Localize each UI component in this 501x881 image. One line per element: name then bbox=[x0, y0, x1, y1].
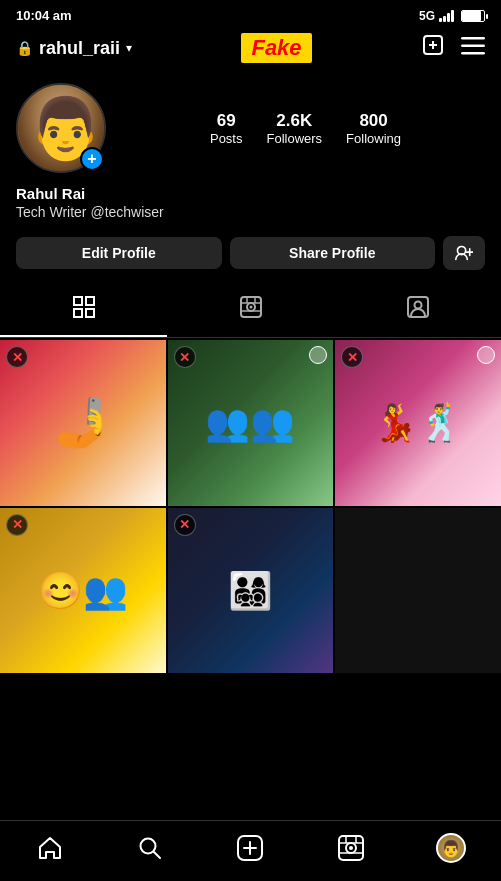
nav-avatar: 👨 bbox=[436, 833, 466, 863]
svg-rect-3 bbox=[461, 37, 485, 40]
add-person-icon bbox=[455, 244, 473, 262]
status-bar: 10:04 am 5G bbox=[0, 0, 501, 27]
svg-rect-5 bbox=[461, 52, 485, 55]
bio-text: Tech Writer @techwiser bbox=[16, 204, 485, 220]
nav-profile[interactable]: 👨 bbox=[426, 831, 476, 865]
nav-add[interactable] bbox=[225, 831, 275, 865]
tab-tagged[interactable] bbox=[334, 284, 501, 337]
grid-item[interactable]: 👥👥 ✕ bbox=[168, 340, 334, 506]
battery-icon bbox=[461, 10, 485, 22]
home-icon bbox=[37, 835, 63, 861]
edit-profile-button[interactable]: Edit Profile bbox=[16, 237, 222, 269]
nav-reels[interactable] bbox=[326, 831, 376, 865]
remove-photo-button[interactable]: ✕ bbox=[174, 346, 196, 368]
username-label[interactable]: rahul_raii bbox=[39, 38, 120, 59]
header: 🔒 rahul_raii ▾ Fake bbox=[0, 27, 501, 73]
lock-icon: 🔒 bbox=[16, 40, 33, 56]
tab-reels[interactable] bbox=[167, 284, 334, 337]
followers-stat[interactable]: 2.6K Followers bbox=[266, 111, 322, 146]
following-stat[interactable]: 800 Following bbox=[346, 111, 401, 146]
svg-point-15 bbox=[249, 306, 252, 309]
tagged-icon bbox=[407, 296, 429, 318]
grid-item[interactable]: 🤳 ✕ bbox=[0, 340, 166, 506]
reels-nav-icon bbox=[338, 835, 364, 861]
reels-icon bbox=[240, 296, 262, 318]
add-icon bbox=[237, 835, 263, 861]
plus-square-icon bbox=[421, 33, 445, 57]
posts-count: 69 bbox=[210, 111, 243, 131]
svg-point-22 bbox=[141, 839, 156, 854]
grid-item[interactable]: 😊👥 ✕ bbox=[0, 508, 166, 674]
nav-search[interactable] bbox=[125, 831, 175, 865]
action-buttons: Edit Profile Share Profile bbox=[0, 230, 501, 284]
bottom-nav: 👨 bbox=[0, 820, 501, 881]
svg-rect-9 bbox=[74, 297, 82, 305]
profile-section: + 69 Posts 2.6K Followers 800 Following bbox=[0, 73, 501, 183]
fake-badge: Fake bbox=[241, 33, 311, 63]
remove-photo-button[interactable]: ✕ bbox=[6, 514, 28, 536]
chevron-down-icon[interactable]: ▾ bbox=[126, 41, 132, 55]
add-to-story-button[interactable]: + bbox=[80, 147, 104, 171]
search-icon bbox=[137, 835, 163, 861]
menu-button[interactable] bbox=[461, 35, 485, 61]
add-person-button[interactable] bbox=[443, 236, 485, 270]
grid-item[interactable]: 👨‍👩‍👧‍👦 ✕ bbox=[168, 508, 334, 674]
following-label: Following bbox=[346, 131, 401, 146]
grid-item bbox=[335, 508, 501, 674]
status-right: 5G bbox=[419, 9, 485, 23]
svg-rect-11 bbox=[74, 309, 82, 317]
posts-stat[interactable]: 69 Posts bbox=[210, 111, 243, 146]
signal-bars bbox=[439, 10, 454, 22]
display-name: Rahul Rai bbox=[16, 185, 485, 202]
following-count: 800 bbox=[346, 111, 401, 131]
svg-point-29 bbox=[349, 846, 353, 850]
profile-stats: 69 Posts 2.6K Followers 800 Following bbox=[126, 111, 485, 146]
tab-grid[interactable] bbox=[0, 284, 167, 337]
svg-rect-4 bbox=[461, 45, 485, 48]
share-profile-button[interactable]: Share Profile bbox=[230, 237, 436, 269]
svg-line-23 bbox=[154, 852, 160, 858]
nav-home[interactable] bbox=[25, 831, 75, 865]
status-time: 10:04 am bbox=[16, 8, 72, 23]
header-left: 🔒 rahul_raii ▾ bbox=[16, 38, 132, 59]
hamburger-icon bbox=[461, 37, 485, 55]
network-label: 5G bbox=[419, 9, 435, 23]
bio-section: Rahul Rai Tech Writer @techwiser bbox=[0, 183, 501, 230]
add-content-button[interactable] bbox=[421, 33, 445, 63]
avatar-wrapper: + bbox=[16, 83, 106, 173]
grid-icon bbox=[73, 296, 95, 318]
remove-photo-button[interactable]: ✕ bbox=[174, 514, 196, 536]
svg-rect-10 bbox=[86, 297, 94, 305]
followers-label: Followers bbox=[266, 131, 322, 146]
remove-photo-button[interactable]: ✕ bbox=[6, 346, 28, 368]
content-tabs bbox=[0, 284, 501, 338]
svg-rect-12 bbox=[86, 309, 94, 317]
svg-point-21 bbox=[414, 302, 421, 309]
header-right bbox=[421, 33, 485, 63]
posts-label: Posts bbox=[210, 131, 243, 146]
grid-item[interactable]: 💃🕺 ✕ bbox=[335, 340, 501, 506]
photo-grid: 🤳 ✕ 👥👥 ✕ 💃🕺 ✕ 😊👥 ✕ 👨‍👩‍👧‍👦 ✕ bbox=[0, 340, 501, 673]
followers-count: 2.6K bbox=[266, 111, 322, 131]
